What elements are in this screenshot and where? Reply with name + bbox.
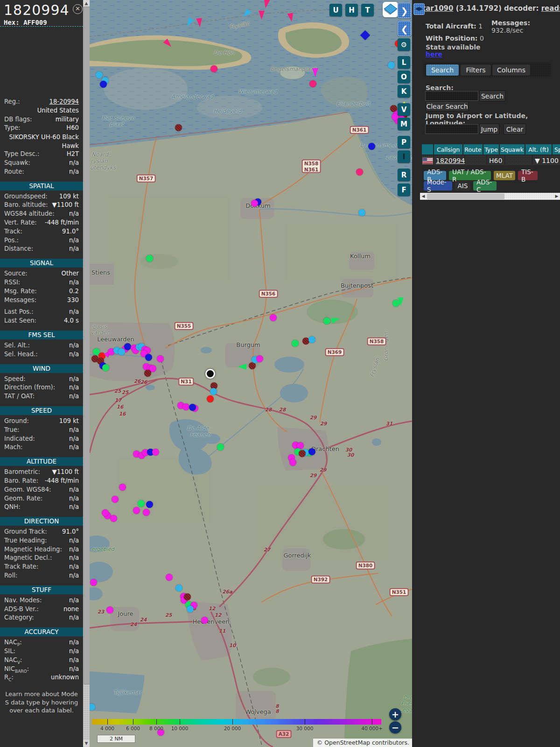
legend-mlat[interactable]: MLAT xyxy=(494,171,515,180)
search-input[interactable] xyxy=(425,91,478,101)
aircraft-marker[interactable] xyxy=(146,501,153,508)
aircraft-marker[interactable] xyxy=(201,617,208,624)
aircraft-marker[interactable] xyxy=(392,300,399,307)
data-value[interactable]: 18-20994 xyxy=(49,98,79,105)
jump-button[interactable]: Jump xyxy=(479,124,499,134)
aircraft-marker[interactable] xyxy=(308,448,315,455)
aircraft-marker[interactable] xyxy=(368,143,375,150)
aircraft-marker[interactable] xyxy=(323,317,330,324)
map-button-p[interactable]: P xyxy=(398,136,410,148)
aircraft-marker[interactable] xyxy=(210,65,217,72)
aircraft-marker[interactable] xyxy=(157,355,164,362)
aircraft-marker[interactable] xyxy=(299,450,306,457)
tab-columns[interactable]: Columns xyxy=(492,64,531,76)
aircraft-marker[interactable] xyxy=(90,579,97,586)
aircraft-table-row[interactable]: 1820994H60▼ 1100 xyxy=(422,155,560,165)
map-button-k[interactable]: K xyxy=(398,85,410,98)
legend-ads-c[interactable]: ADS-C xyxy=(473,181,497,190)
scroll-up-icon[interactable]: ▲ xyxy=(83,0,90,7)
aircraft-marker[interactable] xyxy=(96,71,103,78)
aircraft-marker[interactable] xyxy=(356,169,363,176)
column-header-Alt. (ft)[interactable]: Alt. (ft) xyxy=(525,144,552,155)
aircraft-marker[interactable] xyxy=(210,388,217,395)
map-button-f[interactable]: F xyxy=(398,183,410,196)
aircraft-marker[interactable] xyxy=(270,314,277,321)
aircraft-marker[interactable] xyxy=(251,200,258,207)
map-button-v[interactable]: V xyxy=(398,103,410,116)
map-canvas[interactable]: DokkumKollumBuitenpostStiensLeeuwardenBu… xyxy=(90,0,412,747)
aircraft-marker[interactable] xyxy=(166,574,173,581)
column-header-Route[interactable]: Route xyxy=(463,144,483,155)
readsb-link[interactable]: readsb xyxy=(541,4,560,13)
aircraft-marker[interactable] xyxy=(308,336,315,343)
column-header-Sp[interactable]: Sp xyxy=(553,144,560,155)
aircraft-marker[interactable] xyxy=(118,348,125,355)
stats-here-link[interactable]: here xyxy=(426,50,442,58)
aircraft-marker[interactable] xyxy=(146,255,153,262)
column-header-Type[interactable]: Type xyxy=(483,144,499,155)
aircraft-marker[interactable] xyxy=(90,704,95,711)
collapse-icon[interactable]: ❮ xyxy=(398,21,411,36)
expand-icon[interactable]: ❯ xyxy=(398,3,411,18)
search-button[interactable]: Search xyxy=(479,91,505,101)
aircraft-marker[interactable] xyxy=(143,509,150,516)
sidebar-scrollbar-thumb[interactable] xyxy=(84,7,90,684)
selected-aircraft-marker[interactable] xyxy=(205,369,215,379)
column-header-Squawk[interactable]: Squawk xyxy=(500,144,525,155)
aircraft-marker[interactable] xyxy=(124,343,131,350)
map-button-i[interactable]: I xyxy=(398,150,410,163)
legend-ais[interactable]: AIS xyxy=(455,181,470,190)
zoom-out-button[interactable]: − xyxy=(389,721,401,733)
close-icon[interactable]: ✕ xyxy=(73,4,83,14)
scroll-right-icon[interactable]: ▶ xyxy=(553,193,560,200)
panel-toggle-icon[interactable]: ◀▶ xyxy=(413,3,425,15)
map-button-h[interactable]: H xyxy=(345,4,358,16)
aircraft-marker[interactable] xyxy=(102,364,109,371)
aircraft-marker[interactable] xyxy=(187,606,194,613)
panel-horizontal-scrollbar[interactable]: ◀ ▶ xyxy=(420,193,560,200)
map-button-l[interactable]: L xyxy=(398,56,410,69)
aircraft-marker[interactable] xyxy=(133,507,140,514)
aircraft-marker[interactable] xyxy=(182,403,189,410)
aircraft-marker[interactable] xyxy=(175,124,182,131)
aircraft-marker[interactable] xyxy=(217,444,224,451)
gear-icon[interactable]: ⚙ xyxy=(398,38,410,51)
aircraft-marker[interactable] xyxy=(358,209,365,216)
aircraft-marker[interactable] xyxy=(189,404,196,411)
map-button-o[interactable]: O xyxy=(398,70,410,83)
aircraft-marker[interactable] xyxy=(256,355,263,362)
zoom-in-button[interactable]: + xyxy=(389,708,401,720)
sidebar-scrollbar[interactable]: ▲ ▼ xyxy=(83,0,90,747)
map-button-r[interactable]: R xyxy=(398,169,410,181)
aircraft-marker[interactable] xyxy=(110,515,117,522)
aircraft-marker[interactable] xyxy=(152,449,159,456)
scroll-left-icon[interactable]: ◀ xyxy=(420,193,427,200)
column-header-Callsign[interactable]: Callsign xyxy=(434,144,462,155)
tab-filters[interactable]: Filters xyxy=(460,64,491,76)
aircraft-marker[interactable] xyxy=(100,81,107,88)
aircraft-marker[interactable] xyxy=(388,62,395,69)
aircraft-marker[interactable] xyxy=(102,509,109,516)
map-button-u[interactable]: U xyxy=(329,4,342,16)
map-button-t[interactable]: T xyxy=(361,4,374,16)
aircraft-marker[interactable] xyxy=(292,340,299,347)
aircraft-marker[interactable] xyxy=(106,606,113,613)
column-header-flag[interactable] xyxy=(422,144,433,155)
aircraft-marker[interactable] xyxy=(145,354,152,361)
aircraft-marker[interactable] xyxy=(144,370,151,377)
map-button-m[interactable]: M xyxy=(398,118,410,130)
legend-mode-s[interactable]: Mode-S xyxy=(424,181,452,190)
scroll-down-icon[interactable]: ▼ xyxy=(83,740,90,747)
aircraft-marker[interactable] xyxy=(207,395,214,402)
jump-input[interactable] xyxy=(425,124,478,134)
panel-scrollbar-thumb[interactable] xyxy=(427,193,504,199)
aircraft-marker[interactable] xyxy=(138,500,145,507)
tab-search[interactable]: Search xyxy=(426,64,459,76)
legend-tis-b[interactable]: TIS-B xyxy=(518,171,538,180)
aircraft-marker[interactable] xyxy=(309,80,316,87)
aircraft-marker[interactable] xyxy=(112,496,119,503)
aircraft-marker[interactable] xyxy=(249,362,256,369)
layers-icon[interactable] xyxy=(383,2,398,17)
aircraft-marker[interactable] xyxy=(175,585,182,592)
clear-search-button[interactable]: Clear Search xyxy=(426,101,469,111)
